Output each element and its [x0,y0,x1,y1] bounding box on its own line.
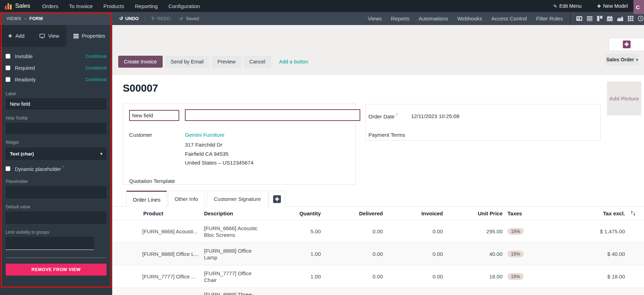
cell-delivered[interactable]: 0.00 [342,220,383,242]
section-filter-rules[interactable]: Filter Rules [536,16,563,21]
optional-columns-icon[interactable] [630,210,636,217]
section-access-control[interactable]: Access Control [491,16,527,21]
new-field-label[interactable]: New field [129,110,179,121]
tab-view[interactable]: View [32,25,66,47]
tab-other-info[interactable]: Other Info [168,191,205,207]
cell-description[interactable]: [FURN_7777] Office Chair [204,265,262,288]
cell-description[interactable]: [FURN_6666] Acoustic Bloc Screens [204,220,262,242]
dynamic-placeholder-checkbox[interactable] [6,166,10,171]
col-invoiced[interactable]: Invoiced [402,210,443,216]
app-name: Sales [15,2,30,10]
cell-description[interactable]: [FURN_8888] Office Lamp [204,243,262,265]
order-date-value[interactable]: 12/11/2023 10:25:08 [411,113,459,119]
preview-button[interactable]: Preview [212,56,241,68]
toggle-readonly: Readonly Conditional [6,74,107,85]
col-tax-excl[interactable]: Tax excl. [582,210,625,216]
cell-taxes[interactable]: 15% [507,265,532,288]
section-reports[interactable]: Reports [391,16,410,21]
cell-invoiced[interactable]: 0.00 [402,243,443,265]
add-picture-placeholder[interactable]: Add Picture [607,81,641,115]
close-button-partial[interactable]: C [633,0,644,14]
studio-toolbar: VIEWS > FORM ↺UNDO | ↻REDO ✔ Saved Views… [0,12,644,25]
tab-add[interactable]: ✚Add [0,25,32,47]
remove-from-view-button[interactable]: REMOVE FROM VIEW [6,264,107,276]
required-conditional-link[interactable]: Conditional [85,66,107,70]
order-line-row[interactable]: [FURN_8999] Three- [112,288,644,295]
undo-button[interactable]: ↺UNDO [119,16,139,21]
readonly-checkbox[interactable] [6,77,10,82]
record-title: S00007 [123,82,158,94]
menu-configuration[interactable]: Configuration [168,3,200,9]
cell-product[interactable]: [FURN_8888] Office L... [142,243,204,265]
order-line-row[interactable]: [FURN_8888] Office L... [FURN_8888] Offi… [112,242,644,265]
readonly-conditional-link[interactable]: Conditional [85,77,107,82]
new-field-input[interactable] [185,109,360,121]
cell-taxes[interactable]: 15% [507,243,532,265]
order-line-row[interactable]: [FURN_7777] Office ... [FURN_7777] Offic… [112,265,644,288]
properties-icon [73,34,79,38]
col-product[interactable]: Product [143,210,163,216]
limit-visibility-input[interactable] [6,237,94,250]
invisible-checkbox[interactable] [6,54,10,59]
send-by-email-button[interactable]: Send by Email [165,56,210,68]
kanban-view-icon[interactable] [597,16,602,21]
tab-properties[interactable]: Properties [66,25,112,47]
cell-product[interactable]: [FURN_7777] Office ... [142,265,204,288]
form-view-icon[interactable] [576,16,582,21]
tab-add-page[interactable]: ✚ [269,191,285,207]
cell-description[interactable]: [FURN_8999] Three- [204,288,262,295]
label-field-input[interactable]: New field [6,98,107,110]
list-view-icon[interactable] [587,16,592,21]
activity-view-icon[interactable] [638,16,643,21]
cell-unit-price[interactable]: 40.00 [462,243,502,265]
pivot-view-icon[interactable] [628,16,633,21]
menu-to-invoice[interactable]: To Invoice [69,3,93,9]
section-webhooks[interactable]: Webhooks [457,16,482,21]
menu-orders[interactable]: Orders [42,3,59,9]
col-quantity[interactable]: Quantity [282,210,321,216]
col-description[interactable]: Description [204,210,233,216]
cell-taxes[interactable]: 15% [507,220,532,242]
col-delivered[interactable]: Delivered [342,210,383,216]
cell-unit-price[interactable]: 295.00 [462,220,502,242]
graph-view-icon[interactable] [617,16,623,21]
calendar-view-icon[interactable] [607,16,613,21]
customer-link[interactable]: Gemini Furniture [185,132,224,138]
widget-label: Widget [6,140,107,145]
studio-sections: Views Reports Automations Webhooks Acces… [368,16,563,21]
menu-reporting[interactable]: Reporting [135,3,158,9]
cell-quantity[interactable]: 5.00 [282,220,321,242]
cell-quantity[interactable]: 1.00 [282,243,321,265]
cell-unit-price[interactable]: 18.00 [462,265,502,288]
cell-quantity[interactable]: 1.00 [282,265,321,288]
required-checkbox[interactable] [6,66,10,70]
breadcrumb-views[interactable]: VIEWS [6,16,21,21]
col-taxes[interactable]: Taxes [507,210,522,216]
widget-select[interactable]: Text (char) ▾ [6,148,107,160]
cell-delivered[interactable]: 0.00 [342,243,383,265]
cell-delivered[interactable]: 0.00 [342,265,383,288]
create-invoice-button[interactable]: Create Invoice [118,56,163,68]
cell-product[interactable]: [FURN_6666] Acousti... [142,220,204,242]
add-stat-button[interactable]: ✚ [623,41,631,48]
help-tooltip-input[interactable] [6,123,107,134]
add-a-button-link[interactable]: Add a button [279,59,308,64]
new-model-button[interactable]: ✚New Model [597,3,628,9]
cancel-button[interactable]: Cancel [244,56,271,68]
col-unit-price[interactable]: Unit Price [462,210,502,216]
order-line-row[interactable]: [FURN_6666] Acousti... [FURN_6666] Acous… [112,220,644,242]
cell-invoiced[interactable]: 0.00 [402,220,443,242]
redo-button[interactable]: ↻REDO [151,16,170,21]
edit-menu-button[interactable]: ✎Edit Menu [553,3,582,9]
placeholder-input[interactable] [6,186,107,198]
tab-order-lines[interactable]: Order Lines [126,191,167,207]
invisible-conditional-link[interactable]: Conditional [85,54,107,59]
stage-selector[interactable]: Sales Order ▾ [606,54,639,66]
cell-invoiced[interactable]: 0.00 [402,265,443,288]
section-views[interactable]: Views [368,16,382,21]
menu-products[interactable]: Products [103,3,124,9]
statusbar-buttons: Create Invoice Send by Email Preview Can… [118,56,308,68]
section-automations[interactable]: Automations [419,16,448,21]
default-value-input[interactable] [6,211,107,224]
tab-customer-signature[interactable]: Customer Signature [207,191,268,207]
